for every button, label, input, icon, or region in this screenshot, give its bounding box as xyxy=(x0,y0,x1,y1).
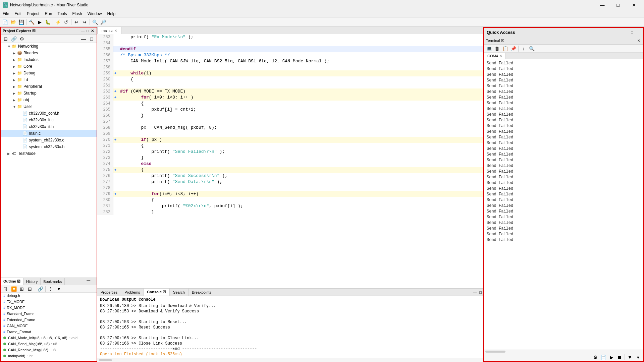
terminal-copy-btn[interactable]: 📋 xyxy=(501,45,509,52)
menu-project[interactable]: Project xyxy=(24,10,42,17)
tab-problems[interactable]: Problems xyxy=(121,289,144,296)
run-button[interactable]: ▶ xyxy=(36,18,43,26)
undo-button[interactable]: ↩ xyxy=(73,18,80,26)
outline-can-mode[interactable]: # CAN_MODE xyxy=(1,323,97,329)
tree-item-mainc[interactable]: 📄 main.c xyxy=(1,130,97,137)
term-btn-4[interactable]: ⏹ xyxy=(616,354,623,361)
term-btn-2[interactable]: 📄 xyxy=(600,354,607,361)
tree-item-debug[interactable]: ▶ 📁 Debug xyxy=(1,70,97,76)
reset-button[interactable]: ↺ xyxy=(62,18,70,26)
tree-item-binaries[interactable]: ▶ 📦 Binaries xyxy=(1,50,97,56)
menu-tools[interactable]: Tools xyxy=(55,10,69,17)
expand-arrow[interactable]: ▼ xyxy=(13,105,17,109)
tree-item-ld[interactable]: ▶ 📁 Ld xyxy=(1,76,97,83)
panel-minimize-btn[interactable]: — xyxy=(80,35,87,43)
expand-all-button[interactable]: ⊞ xyxy=(18,285,25,293)
more2-button[interactable]: ▾ xyxy=(55,285,62,293)
tree-item-includes[interactable]: ▶ 📁 Includes xyxy=(1,56,97,63)
menu-flash[interactable]: Flash xyxy=(69,10,85,17)
terminal-paste-btn[interactable]: 📌 xyxy=(509,45,517,52)
outline-debug-h[interactable]: # debug.h xyxy=(1,293,97,299)
tab-properties[interactable]: Properties xyxy=(97,289,121,296)
save-button[interactable]: 💾 xyxy=(17,18,25,26)
outline-min-btn[interactable]: — xyxy=(85,278,92,285)
horizontal-scrollbar[interactable] xyxy=(99,359,112,361)
sort-button[interactable]: ⇅ xyxy=(2,285,9,293)
tab-com4[interactable]: COM4 ✕ xyxy=(484,53,506,59)
tab-close[interactable]: ✕ xyxy=(499,54,502,58)
tree-item-startup[interactable]: ▶ 📁 Startup xyxy=(1,90,97,97)
expand-arrow[interactable]: ▶ xyxy=(13,51,17,55)
menu-file[interactable]: File xyxy=(0,10,12,17)
tree-item-user[interactable]: ▼ 📁 User xyxy=(1,103,97,110)
terminal-scroll-btn[interactable]: ↓ xyxy=(520,45,527,52)
minimize-button[interactable]: — xyxy=(595,0,610,10)
zoom-out-button[interactable]: 🔎 xyxy=(99,18,107,26)
maximize-button[interactable]: □ xyxy=(610,0,626,10)
tab-main-c[interactable]: main.c ✕ xyxy=(97,27,121,34)
expand-arrow[interactable]: ▶ xyxy=(13,78,17,82)
collapse-button[interactable]: ⊟ xyxy=(26,285,34,293)
terminal-find-btn[interactable]: 🔍 xyxy=(528,45,535,52)
tree-item-networking[interactable]: ▼ 📁 Networking xyxy=(1,43,97,50)
debug-button[interactable]: 🐛 xyxy=(44,18,51,26)
open-button[interactable]: 📂 xyxy=(9,18,17,26)
expand-arrow[interactable]: ▶ xyxy=(13,71,17,75)
outline-main[interactable]: main(void) : int xyxy=(1,353,97,359)
expand-arrow[interactable]: ▶ xyxy=(13,98,17,102)
bottom-min-btn[interactable]: — xyxy=(472,290,478,294)
tab-close-button[interactable]: ✕ xyxy=(114,29,117,33)
tab-breakpoints[interactable]: Breakpoints xyxy=(189,289,215,296)
code-editor[interactable]: 253 printf( "Rx Mode\r\n" );254255#endif… xyxy=(97,34,483,288)
tree-item-systemh[interactable]: 📄 system_ch32v30x.h xyxy=(1,143,97,150)
term-btn-6[interactable]: ▾ xyxy=(634,354,642,361)
menu-edit[interactable]: Edit xyxy=(12,10,24,17)
build-button[interactable]: 🔨 xyxy=(28,18,35,26)
outline-max-btn[interactable]: □ xyxy=(92,278,97,285)
tree-item-core[interactable]: ▶ 📁 Core xyxy=(1,63,97,70)
terminal-open-btn[interactable]: □ xyxy=(630,31,634,35)
bottom-max-btn[interactable]: □ xyxy=(478,290,483,294)
tab-console[interactable]: Console ☒ xyxy=(144,289,170,296)
terminal-close-btn[interactable]: ✕ xyxy=(637,39,641,43)
link-button[interactable]: 🔗 xyxy=(37,285,44,293)
terminal-clear-btn[interactable]: 🗑 xyxy=(493,45,501,52)
outline-extended-frame[interactable]: # Extended_Frame xyxy=(1,317,97,323)
outline-can-receive-msg[interactable]: CAN_Receive_Msg(u8*) : u8 xyxy=(1,347,97,353)
redo-button[interactable]: ↪ xyxy=(81,18,88,26)
tree-item-ch32conf[interactable]: 📄 ch32v30x_conf.h xyxy=(1,110,97,117)
outline-tx-mode[interactable]: # TX_MODE xyxy=(1,299,97,305)
term-btn-5[interactable]: ▼ xyxy=(626,354,634,361)
filter-button[interactable]: 🔽 xyxy=(10,285,17,293)
expand-arrow[interactable]: ▶ xyxy=(13,85,17,88)
tree-item-peripheral[interactable]: ▶ 📁 Peripheral xyxy=(1,83,97,90)
term-btn-3[interactable]: ▶ xyxy=(608,354,615,361)
panel-max-btn[interactable]: □ xyxy=(88,35,95,43)
more-button[interactable]: ⋮ xyxy=(47,285,54,293)
outline-frame-format[interactable]: # Frame_Format xyxy=(1,329,97,335)
tab-search[interactable]: Search xyxy=(170,289,189,296)
expand-arrow[interactable]: ▶ xyxy=(13,65,17,68)
tree-item-ch32itc[interactable]: 📄 ch32v30x_it.c xyxy=(1,117,97,123)
tab-outline[interactable]: Outline ☒ xyxy=(1,278,23,285)
close-button[interactable]: ✕ xyxy=(626,0,641,10)
collapse-all-button[interactable]: ⊟ xyxy=(2,35,9,43)
terminal-min-btn[interactable]: — xyxy=(635,31,640,35)
tree-item-systemc[interactable]: 📄 system_ch32v30x.c xyxy=(1,137,97,143)
panel-min-button[interactable]: — xyxy=(80,29,85,33)
tree-item-testmode[interactable]: ▶ 🏷 TestMode xyxy=(1,150,97,157)
flash-button[interactable]: ⚡ xyxy=(54,18,62,26)
terminal-scrollbar[interactable] xyxy=(485,351,505,353)
menu-help[interactable]: Help xyxy=(104,10,118,17)
panel-close-button[interactable]: ✕ xyxy=(90,29,95,33)
menu-window[interactable]: Window xyxy=(85,10,105,17)
link-editor-button[interactable]: 🔗 xyxy=(10,35,17,43)
outline-standard-frame[interactable]: # Standard_Frame xyxy=(1,311,97,317)
expand-arrow[interactable]: ▶ xyxy=(13,92,17,95)
expand-arrow[interactable]: ▶ xyxy=(13,58,17,62)
tab-history[interactable]: History xyxy=(23,278,41,285)
terminal-new-btn[interactable]: 💻 xyxy=(485,45,493,52)
tree-item-obj[interactable]: ▶ 📁 obj xyxy=(1,97,97,103)
panel-settings-button[interactable]: ⚙ xyxy=(18,35,25,43)
outline-can-mode-init[interactable]: CAN_Mode_Init(u8, u8, u8, u16, u8) : voi… xyxy=(1,335,97,341)
